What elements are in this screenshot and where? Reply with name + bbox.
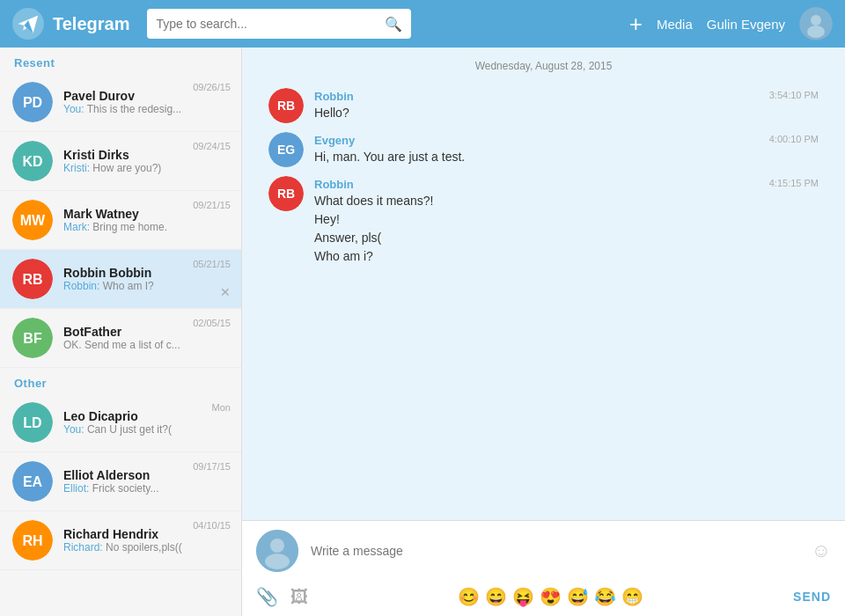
chat-date-kristi: 09/24/15 [193,141,231,151]
send-button[interactable]: SEND [793,590,831,604]
chat-name-leo: Leo Dicaprio [63,409,229,423]
svg-text:BF: BF [23,331,42,346]
emoji-2[interactable]: 😝 [512,586,534,607]
chat-avatar-botfather: BF [12,318,53,358]
emoji-3[interactable]: 😍 [540,586,562,607]
message-sender-msg2: Evgeny [314,134,355,147]
app-title: Telegram [53,14,129,34]
chat-item-botfather[interactable]: BF BotFather OK. Send me a list of c... … [0,309,241,368]
main-content: Resent PD Pavel Durov You: This is the r… [0,48,845,616]
messages-area: RB Robbin 3:54:10 PM Hello? EG Evgeny 4:… [242,79,845,520]
chat-date-botfather: 02/05/15 [193,318,231,328]
svg-point-27 [270,539,284,553]
compose-top: ☺ [242,521,845,581]
chat-preview-botfather: OK. Send me a list of c... [63,339,229,351]
sidebar-recent-label: Resent [0,48,241,73]
message-time-msg3: 4:15:15 PM [769,178,819,188]
message-row-msg3: RB Robbin 4:15:15 PM What does it means?… [268,176,819,266]
chat-date-mark: 09/21/15 [193,200,231,210]
svg-text:RB: RB [277,99,295,113]
chat-preview-mark: Mark: Bring me home. [63,221,229,233]
message-text: Hey! [314,210,819,229]
message-avatar-msg2: EG [268,132,304,167]
compose-area: ☺ 📎 🖼 😊😄😝😍😅😂😁 SEND [242,520,845,616]
chat-area: Wednesday, August 28, 2015 RB Robbin 3:5… [242,48,845,616]
attach-icon[interactable]: 📎 [256,586,278,607]
avatar[interactable] [799,7,833,40]
compose-avatar [256,530,298,572]
chat-info-botfather: BotFather OK. Send me a list of c... [63,325,229,351]
chat-preview-robbin: Robbin: Who am I? [63,280,229,292]
recent-chats-list: PD Pavel Durov You: This is the redesig.… [0,73,241,368]
svg-text:KD: KD [22,154,42,169]
user-avatar-image [799,7,833,40]
chat-item-leo[interactable]: LD Leo Dicaprio You: Can U just get it?(… [0,393,241,452]
message-content-msg1: Robbin 3:54:10 PM Hello? [314,88,819,122]
chat-info-leo: Leo Dicaprio You: Can U just get it?( [63,409,229,436]
image-icon[interactable]: 🖼 [290,587,308,607]
header-actions: + Media Gulin Evgeny [629,7,833,40]
message-sender-msg3: Robbin [314,178,354,191]
chat-preview-leo: You: Can U just get it?( [63,423,229,436]
chat-avatar-leo: LD [12,402,53,443]
chat-date-leo: Mon [212,402,231,413]
emoji-row: 😊😄😝😍😅😂😁 [458,586,643,607]
chat-info-robbin: Robbin Bobbin Robbin: Who am I? [63,266,229,292]
search-input[interactable] [156,17,381,31]
svg-point-3 [807,26,825,38]
compose-user-avatar [256,530,298,572]
chat-date-pavel: 09/26/15 [193,82,231,92]
message-text: What does it means?! [314,192,819,210]
emoji-4[interactable]: 😅 [567,586,589,607]
message-sender-msg1: Robbin [314,90,354,103]
other-chats-list: LD Leo Dicaprio You: Can U just get it?(… [0,393,241,570]
svg-text:LD: LD [23,415,41,430]
chat-preview-richard: Richard: No spoilers,pls(( [63,541,229,554]
emoji-button[interactable]: ☺ [812,539,831,562]
svg-text:PD: PD [23,95,42,110]
chat-date-richard: 04/10/15 [193,520,231,531]
chat-avatar-pavel: PD [12,82,53,122]
svg-text:EG: EG [277,143,295,157]
media-button[interactable]: Media [657,17,693,32]
search-box[interactable]: 🔍 [147,9,411,39]
chat-item-robbin[interactable]: RB Robbin Bobbin Robbin: Who am I? 05/21… [0,250,241,309]
svg-text:MW: MW [20,213,46,228]
svg-text:RH: RH [22,533,42,548]
message-avatar-msg3: RB [268,176,304,211]
svg-text:RB: RB [22,272,42,287]
user-name: Gulin Evgeny [707,17,785,32]
chat-avatar-robbin: RB [12,259,53,299]
emoji-1[interactable]: 😄 [485,586,507,607]
chat-info-richard: Richard Hendrix Richard: No spoilers,pls… [63,527,229,554]
chat-avatar-elliot: EA [12,461,53,502]
compose-actions: 📎 🖼 [256,586,308,607]
chat-item-mark[interactable]: MW Mark Watney Mark: Bring me home. 09/2… [0,191,241,250]
chat-avatar-richard: RH [12,520,53,561]
chat-avatar-mark: MW [12,200,53,240]
add-button[interactable]: + [629,12,643,35]
chat-date-elliot: 09/17/15 [193,461,231,472]
emoji-6[interactable]: 😁 [621,586,643,607]
emoji-0[interactable]: 😊 [458,586,480,607]
chat-item-pavel[interactable]: PD Pavel Durov You: This is the redesig.… [0,73,241,132]
emoji-5[interactable]: 😂 [594,586,616,607]
chat-info-mark: Mark Watney Mark: Bring me home. [63,207,229,233]
chat-close-robbin[interactable]: ✕ [220,285,231,299]
chat-item-richard[interactable]: RH Richard Hendrix Richard: No spoilers,… [0,511,241,570]
message-content-msg2: Evgeny 4:00:10 PM Hi, man. You are just … [314,132,819,166]
message-text: Answer, pls( [314,229,819,247]
chat-item-kristi[interactable]: KD Kristi Dirks Kristi: How are you?) 09… [0,132,241,191]
svg-text:EA: EA [23,474,43,489]
sidebar-other-label: Other [0,368,241,393]
chat-item-elliot[interactable]: EA Elliot Alderson Elliot: Frick society… [0,452,241,511]
svg-point-28 [265,554,290,569]
message-text: Who am i? [314,247,819,266]
compose-input[interactable] [311,537,799,565]
message-text: Hi, man. You are just a test. [314,148,819,166]
svg-text:RB: RB [277,187,295,201]
svg-point-2 [811,15,821,26]
telegram-logo [12,8,44,40]
sidebar: Resent PD Pavel Durov You: This is the r… [0,48,242,616]
message-time-msg1: 3:54:10 PM [769,90,819,100]
